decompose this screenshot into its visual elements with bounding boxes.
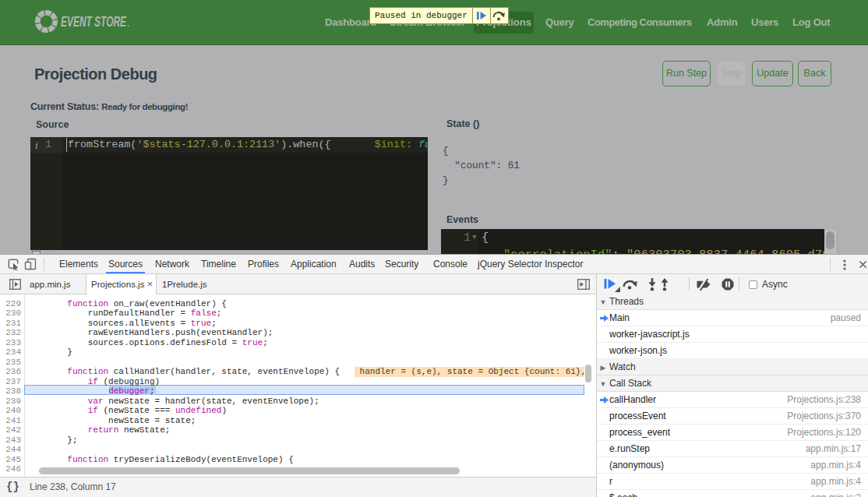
svg-text:.: . bbox=[127, 19, 129, 28]
svg-text:EVENT STORE: EVENT STORE bbox=[61, 14, 127, 30]
